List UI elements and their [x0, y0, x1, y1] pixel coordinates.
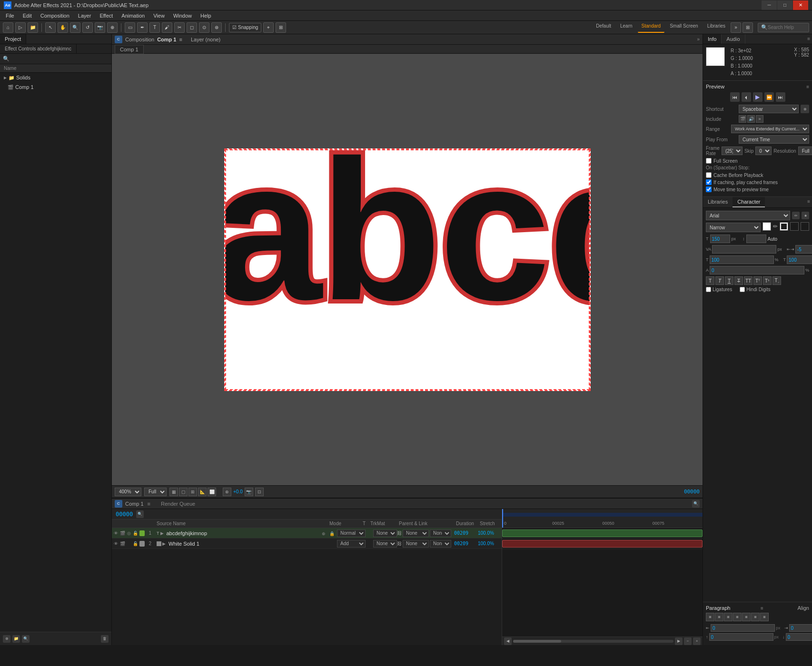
range-select[interactable]: Work Area Extended By Current... [731, 125, 809, 133]
move-time-checkbox[interactable] [706, 186, 712, 192]
format-strikethrough[interactable]: T [734, 276, 743, 285]
view-mode-btn[interactable]: ⊕ [223, 488, 231, 496]
font-style-select[interactable]: Narrow [706, 223, 761, 232]
tl-zoom-out[interactable]: − [684, 637, 692, 645]
close-button[interactable]: ✕ [793, 0, 808, 10]
format-all-caps[interactable]: TT [744, 276, 753, 285]
fps-select[interactable]: (25) [722, 147, 743, 155]
menu-item-file[interactable]: File [2, 12, 18, 20]
tracking-input[interactable] [795, 245, 812, 254]
font-name-select[interactable]: Arial [706, 211, 790, 220]
project-item-comp1[interactable]: 🎬 Comp 1 [0, 82, 111, 92]
format-subscript[interactable]: T˯ [772, 276, 781, 285]
menu-item-edit[interactable]: Edit [19, 12, 36, 20]
layer-1-solo[interactable]: ◎ [126, 530, 132, 536]
align-left-btn[interactable]: ≡ [706, 613, 714, 621]
workspace-small[interactable]: Small Screen [666, 22, 702, 33]
hindi-checkbox[interactable] [740, 287, 745, 292]
include-audio-btn[interactable]: 🔊 [747, 115, 755, 123]
format-superscript[interactable]: Tˢ [763, 276, 772, 285]
resolution-select[interactable]: Full [144, 488, 167, 496]
shortcut-select[interactable]: Spacebar [739, 105, 799, 113]
tab-effect-controls[interactable]: Effect Controls abcdefghijkimnc [0, 44, 77, 53]
toolbar-btn-pan[interactable]: ⊕ [107, 22, 118, 33]
layer-1-lock[interactable]: 🔓 [133, 530, 139, 536]
cache-checkbox[interactable] [706, 172, 712, 178]
menu-item-layer[interactable]: Layer [74, 12, 95, 20]
layer-1-parent2-select[interactable]: None [430, 529, 451, 537]
toolbar-btn-text[interactable]: T [149, 22, 160, 33]
format-bold[interactable]: T [706, 276, 714, 285]
include-overflow-btn[interactable]: » [756, 115, 763, 123]
scale-v-input[interactable] [787, 255, 812, 264]
delete-item-btn[interactable]: 🗑 [101, 635, 109, 643]
menu-item-animation[interactable]: Animation [118, 12, 149, 20]
project-item-solids[interactable]: ▶ 📁 Solids [0, 73, 111, 82]
scale-h-input[interactable] [710, 255, 774, 264]
snapping-checkbox[interactable]: ☑ [232, 25, 237, 30]
tab-character[interactable]: Character [733, 197, 765, 207]
resolution-preview-select[interactable]: Full [798, 147, 812, 155]
layer-1-visibility[interactable]: 👁 [113, 530, 119, 536]
tab-audio[interactable]: Audio [722, 34, 745, 44]
if-caching-checkbox[interactable] [706, 179, 712, 185]
zoom-select[interactable]: 400% [115, 488, 141, 496]
tl-scroll-left[interactable]: ◀ [504, 637, 512, 645]
toolbar-btn-clone[interactable]: ✂ [174, 22, 185, 33]
align-justify-left-btn[interactable]: ≡ [733, 613, 742, 621]
layer-2-lock[interactable]: 🔓 [133, 541, 139, 547]
char-panel-menu[interactable]: ≡ [805, 197, 812, 207]
indent-left-input[interactable] [711, 624, 775, 632]
layer-1-mode-select[interactable]: Normal [337, 529, 366, 537]
font-size-input[interactable] [710, 235, 730, 243]
no-color-swatch-2[interactable] [801, 222, 809, 231]
tl-scrollbar[interactable] [513, 640, 673, 643]
tab-libraries[interactable]: Libraries [703, 197, 733, 207]
space-before-input[interactable] [709, 633, 773, 641]
preview-menu-btn[interactable]: ≡ [806, 84, 809, 89]
layer-1-trkmat-select[interactable]: None [373, 529, 397, 537]
minimize-button[interactable]: ─ [762, 0, 777, 10]
toolbar-btn-roto[interactable]: ⊙ [199, 22, 209, 33]
toolbar-btn-eraser[interactable]: ◻ [187, 22, 197, 33]
comp-panel-menu[interactable]: » [697, 37, 700, 42]
menu-item-help[interactable]: Help [197, 12, 215, 20]
playfrom-select[interactable]: Current Time [739, 135, 809, 144]
toolbar-btn-open[interactable]: 📁 [28, 22, 38, 33]
fill-color-swatch[interactable] [762, 222, 771, 231]
format-italic[interactable]: T [715, 276, 724, 285]
toggle-transparency-btn[interactable]: ▦ [169, 488, 178, 496]
font-pencil-btn[interactable]: ✏ [792, 212, 800, 219]
font-fav-btn[interactable]: ★ [802, 212, 809, 219]
render-queue-tab[interactable]: Render Queue [161, 501, 195, 507]
info-panel-menu[interactable]: ≡ [805, 34, 812, 44]
workspace-settings[interactable]: ⊞ [743, 22, 753, 33]
layer-1-parent-select[interactable]: None [403, 529, 429, 537]
layer-1-lock2[interactable]: 🔒 [329, 530, 337, 536]
menu-item-window[interactable]: Window [169, 12, 196, 20]
layer-2-trkmat-select[interactable]: None [373, 540, 397, 548]
toolbar-btn-select[interactable]: ↖ [45, 22, 56, 33]
toolbar-btn-puppet[interactable]: ⊛ [211, 22, 222, 33]
layer-2-expand-btn[interactable]: ▶ [162, 541, 166, 546]
toolbar-btn-snap3[interactable]: ⊞ [276, 22, 286, 33]
shift-input[interactable] [710, 266, 804, 274]
toolbar-btn-hand[interactable]: ✋ [58, 22, 68, 33]
format-underline[interactable]: T [725, 276, 733, 285]
layer-2-mode-select[interactable]: Add [337, 540, 366, 548]
layer-1-shy[interactable]: ⊕ [322, 530, 329, 536]
preview-last-btn[interactable]: ⏭ [776, 92, 785, 102]
shortcut-extra-btn[interactable]: ⊕ [801, 105, 809, 113]
layer-2-parent2-select[interactable]: None [430, 540, 451, 548]
toolbar-btn-rect[interactable]: ▭ [125, 22, 135, 33]
indent-right-input[interactable] [789, 624, 812, 632]
workspace-default[interactable]: Default [592, 22, 615, 33]
comp-tab-comp1[interactable]: Comp 1 [115, 45, 144, 54]
preview-play-btn[interactable]: ▶ [753, 92, 762, 102]
workspace-learn[interactable]: Learn [616, 22, 636, 33]
toolbar-btn-new[interactable]: ▷ [15, 22, 26, 33]
tl-scroll-right[interactable]: ▶ [675, 637, 683, 645]
maximize-button[interactable]: □ [777, 0, 792, 10]
toolbar-btn-camera[interactable]: 📷 [95, 22, 105, 33]
para-menu-btn[interactable]: ≡ [761, 606, 763, 611]
